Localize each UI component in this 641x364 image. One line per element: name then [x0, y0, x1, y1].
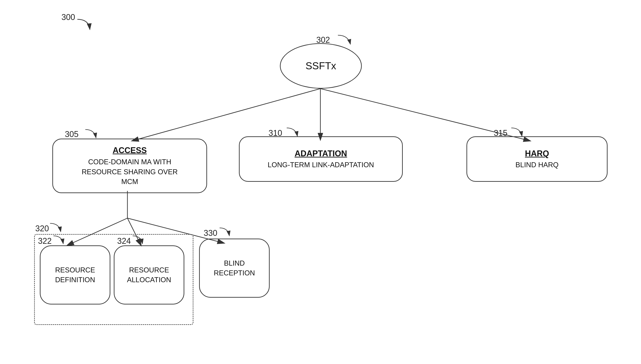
ref-330: 330	[204, 228, 217, 238]
node-harq-body: BLIND HARQ	[515, 160, 558, 170]
ref-300: 300	[61, 12, 75, 22]
node-resource-definition: RESOURCEDEFINITION	[40, 246, 110, 304]
ref-324: 324	[117, 236, 131, 246]
ref-324-arrow	[131, 235, 144, 246]
diagram: 300 SSFTx 302 305 ACCESS CODE	[0, 0, 641, 364]
ref-322-arrow	[52, 235, 65, 246]
ref-302: 302	[316, 35, 330, 45]
ref-302-arrow	[337, 34, 353, 48]
node-access-category: ACCESS	[113, 145, 147, 156]
ref-320-arrow	[49, 222, 63, 235]
node-adaptation-category: ADAPTATION	[295, 148, 347, 159]
ref-320: 320	[35, 224, 49, 233]
node-blind-reception: BLINDRECEPTION	[199, 238, 270, 298]
node-resource-allocation: RESOURCEALLOCATION	[114, 246, 184, 304]
node-access-body: CODE-DOMAIN MA WITHRESOURCE SHARING OVER…	[82, 157, 178, 186]
node-ssftx: SSFTx	[280, 43, 362, 88]
node-adaptation: ADAPTATION LONG-TERM LINK-ADAPTATION	[239, 136, 403, 182]
node-adaptation-body: LONG-TERM LINK-ADAPTATION	[268, 160, 374, 170]
ref-305: 305	[65, 130, 79, 139]
node-harq: HARQ BLIND HARQ	[467, 136, 607, 182]
ref-330-arrow	[219, 227, 231, 238]
node-access: ACCESS CODE-DOMAIN MA WITHRESOURCE SHARI…	[52, 138, 207, 193]
ref-300-arrow	[75, 17, 93, 33]
node-harq-category: HARQ	[525, 148, 549, 159]
ref-322: 322	[38, 236, 52, 246]
